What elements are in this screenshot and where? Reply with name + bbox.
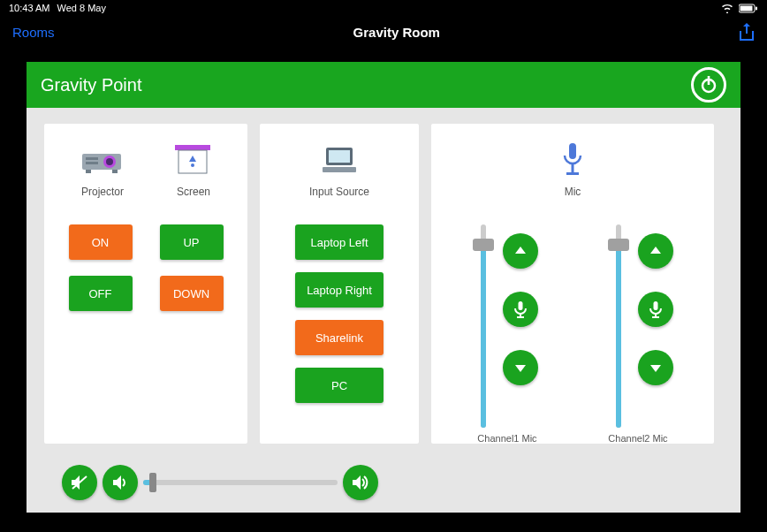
mic2-label: Channel2 Mic <box>608 433 667 444</box>
nav-bar: Rooms Gravity Room <box>0 16 767 48</box>
laptop-icon <box>319 144 360 176</box>
svg-rect-20 <box>566 172 579 175</box>
mic-label: Mic <box>565 186 581 198</box>
room-title: Gravity Point <box>41 75 141 95</box>
svg-rect-26 <box>652 316 659 318</box>
svg-rect-16 <box>329 150 350 163</box>
nav-title: Gravity Room <box>353 25 440 40</box>
mic2-mute-button[interactable] <box>638 292 673 327</box>
mic1-slider[interactable] <box>473 224 494 428</box>
svg-rect-11 <box>112 170 118 173</box>
svg-rect-18 <box>569 143 576 159</box>
volume-mute-button[interactable] <box>62 465 97 500</box>
room-control-app: Gravity Point Projector Screen ON UP <box>27 62 740 513</box>
power-button[interactable] <box>691 67 726 103</box>
svg-rect-2 <box>756 6 757 10</box>
mic1-mute-button[interactable] <box>503 292 538 327</box>
svg-point-7 <box>106 158 113 165</box>
screen-up-button[interactable]: UP <box>160 224 224 260</box>
svg-rect-10 <box>86 170 91 173</box>
master-volume-bar <box>62 465 378 500</box>
screen-label: Screen <box>177 186 210 198</box>
volume-up-button[interactable] <box>343 465 378 500</box>
input-pc-button[interactable]: PC <box>295 368 384 403</box>
mic1-up-button[interactable] <box>503 233 538 269</box>
input-source-panel: Input Source Laptop Left Laptop Right Sh… <box>260 124 419 444</box>
projector-on-button[interactable]: ON <box>69 224 133 260</box>
svg-rect-9 <box>86 162 98 164</box>
svg-point-14 <box>191 163 194 167</box>
mic-channel-2 <box>608 224 673 428</box>
svg-rect-19 <box>572 163 574 172</box>
mic1-label: Channel1 Mic <box>477 433 536 444</box>
status-time: 10:43 AM <box>9 3 49 13</box>
svg-rect-17 <box>323 167 356 172</box>
screen-icon <box>173 143 212 177</box>
input-laptop-left-button[interactable]: Laptop Left <box>295 224 384 260</box>
projector-label: Projector <box>81 186 124 198</box>
share-button[interactable] <box>739 22 755 42</box>
input-sharelink-button[interactable]: Sharelink <box>295 320 384 355</box>
ipad-status-bar: 10:43 AM Wed 8 May <box>0 0 767 16</box>
mic-panel: Mic <box>431 124 714 444</box>
svg-rect-1 <box>740 5 753 11</box>
svg-rect-12 <box>175 145 210 150</box>
mic2-down-button[interactable] <box>638 350 673 385</box>
projector-screen-panel: Projector Screen ON UP OFF DOWN <box>44 124 247 444</box>
input-laptop-right-button[interactable]: Laptop Right <box>295 272 384 308</box>
status-date: Wed 8 May <box>57 3 105 13</box>
svg-rect-23 <box>517 316 524 318</box>
projector-icon <box>80 145 123 175</box>
projector-off-button[interactable]: OFF <box>69 276 133 311</box>
microphone-icon <box>559 141 586 179</box>
svg-rect-24 <box>653 301 657 310</box>
mic-channel-1 <box>473 224 538 428</box>
svg-rect-21 <box>518 301 522 310</box>
input-source-label: Input Source <box>309 186 369 198</box>
mic2-up-button[interactable] <box>638 233 673 269</box>
mic2-slider[interactable] <box>608 224 629 428</box>
back-button[interactable]: Rooms <box>12 25 55 40</box>
svg-rect-4 <box>708 76 710 85</box>
svg-rect-8 <box>86 157 98 160</box>
volume-slider[interactable] <box>143 480 338 485</box>
mic1-down-button[interactable] <box>503 350 538 385</box>
battery-icon <box>739 4 758 13</box>
volume-down-button[interactable] <box>103 465 138 500</box>
screen-down-button[interactable]: DOWN <box>160 276 224 311</box>
app-header: Gravity Point <box>27 62 740 108</box>
wifi-icon <box>721 4 733 13</box>
